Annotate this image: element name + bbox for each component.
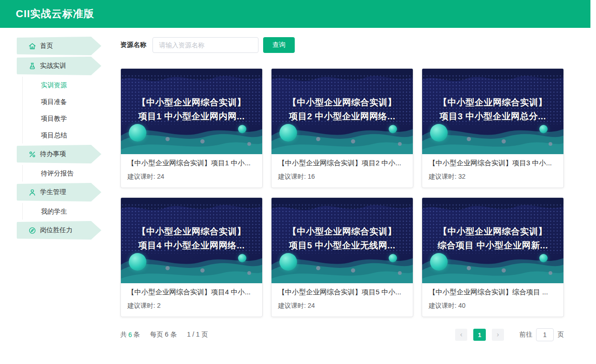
main-content: 资源名称 查询	[120, 37, 564, 341]
sidebar-item-student-mgmt[interactable]: 学生管理	[17, 183, 101, 202]
card-thumbnail: 【中小型企业网综合实训】 项目5 中小型企业无线网...	[272, 198, 413, 283]
sidebar-item-training-resources[interactable]: 实训资源	[23, 77, 101, 93]
sphere-decoration	[279, 124, 297, 142]
sphere-decoration	[129, 124, 146, 142]
sphere-decoration	[129, 253, 146, 271]
total-prefix: 共	[120, 331, 127, 338]
hours-label: 建议课时:	[127, 173, 155, 180]
resource-card[interactable]: 【中小型企业网综合实训】 项目1 中小型企业网内网... 【中小型企业网综合实训…	[120, 68, 263, 188]
resource-card[interactable]: 【中小型企业网综合实训】 项目5 中小型企业无线网... 【中小型企业网综合实训…	[271, 197, 413, 317]
sphere-decoration	[389, 125, 397, 133]
card-thumbnail: 【中小型企业网综合实训】 综合项目 中小型企业网新...	[422, 198, 563, 283]
search-label: 资源名称	[120, 41, 146, 49]
submenu-todo: 待评分报告	[22, 165, 101, 182]
compass-icon	[28, 227, 36, 234]
thumbnail-caption: 【中小型企业网综合实训】 综合项目 中小型企业网新...	[422, 225, 563, 253]
sphere-decoration	[539, 254, 548, 262]
thumbnail-caption: 【中小型企业网综合实训】 项目1 中小型企业网内网...	[121, 96, 262, 124]
scrollbar-track[interactable]	[590, 0, 596, 364]
card-body: 【中小型企业网综合实训】项目4 中小... 建议课时: 2	[121, 283, 262, 317]
sidebar-item-competency[interactable]: 岗位胜任力	[17, 221, 101, 240]
card-thumbnail: 【中小型企业网综合实训】 项目2 中小型企业网网络...	[272, 69, 413, 154]
thumbnail-caption: 【中小型企业网综合实训】 项目4 中小型企业网网络...	[121, 225, 262, 253]
submenu-students: 我的学生	[22, 203, 101, 220]
hours-label: 建议课时:	[429, 302, 457, 309]
thumbnail-caption: 【中小型企业网综合实训】 项目2 中小型企业网网络...	[272, 96, 413, 124]
dot-decoration	[502, 268, 506, 273]
sphere-decoration	[430, 124, 448, 142]
page-number-button[interactable]: 1	[473, 329, 486, 341]
pagination-summary: 共6条 每页 6 条 1 / 1 页	[120, 331, 208, 339]
percent-icon	[28, 150, 36, 158]
hours-label: 建议课时:	[429, 173, 457, 180]
dot-decoration	[467, 137, 471, 141]
sidebar-item-label: 待办事项	[40, 150, 66, 158]
thumbnail-caption: 【中小型企业网综合实训】 项目3 中小型企业网总分...	[422, 96, 563, 124]
card-thumbnail: 【中小型企业网综合实训】 项目4 中小型企业网网络...	[121, 198, 262, 283]
dot-decoration	[166, 266, 170, 270]
sidebar-item-todo[interactable]: 待办事项	[17, 145, 101, 163]
chevron-right-icon: ›	[497, 331, 499, 339]
prev-page-button[interactable]: ‹	[455, 329, 467, 341]
dot-decoration	[247, 142, 251, 146]
resource-card-grid: 【中小型企业网综合实训】 项目1 中小型企业网内网... 【中小型企业网综合实训…	[120, 68, 564, 317]
sidebar-item-label: 实战实训	[40, 62, 66, 70]
dot-decoration	[316, 137, 320, 141]
chevron-left-icon: ‹	[460, 331, 463, 339]
flask-icon	[28, 62, 36, 70]
card-title: 【中小型企业网综合实训】项目5 中小...	[278, 288, 406, 297]
resource-card[interactable]: 【中小型企业网综合实训】 项目3 中小型企业网总分... 【中小型企业网综合实训…	[422, 68, 564, 188]
sidebar-item-my-students[interactable]: 我的学生	[23, 203, 101, 220]
pagination-bar: 共6条 每页 6 条 1 / 1 页 ‹ 1 › 前往 页	[120, 328, 564, 341]
page-ratio-label: 1 / 1 页	[187, 331, 208, 338]
hours-label: 建议课时:	[127, 302, 155, 309]
total-count: 6	[128, 331, 132, 338]
card-thumbnail: 【中小型企业网综合实训】 项目3 中小型企业网总分...	[422, 69, 563, 154]
dot-decoration	[398, 271, 402, 275]
sidebar-item-training[interactable]: 实战实训	[17, 57, 101, 75]
next-page-button[interactable]: ›	[492, 329, 504, 341]
goto-page-input[interactable]	[536, 328, 554, 341]
card-body: 【中小型企业网综合实训】项目5 中小... 建议课时: 24	[272, 283, 413, 317]
goto-label: 前往	[519, 331, 532, 339]
hours-value: 40	[458, 302, 466, 309]
sphere-decoration	[238, 254, 246, 262]
sidebar-item-project-prepare[interactable]: 项目准备	[23, 93, 101, 110]
app-title: CII实战云标准版	[16, 7, 94, 21]
dot-decoration	[200, 139, 205, 143]
sidebar-item-label: 首页	[40, 42, 53, 50]
card-body: 【中小型企业网综合实训】项目2 中小... 建议课时: 16	[272, 154, 413, 188]
card-title: 【中小型企业网综合实训】项目4 中小...	[127, 288, 256, 297]
sphere-decoration	[539, 125, 548, 133]
sidebar-item-label: 学生管理	[40, 188, 66, 196]
dot-decoration	[398, 142, 402, 146]
card-body: 【中小型企业网综合实训】综合项目 ... 建议课时: 40	[422, 283, 563, 317]
sphere-decoration	[389, 254, 397, 262]
hours-value: 2	[157, 302, 161, 309]
goto-suffix: 页	[557, 331, 564, 339]
dot-decoration	[316, 266, 320, 270]
search-input[interactable]	[152, 37, 258, 53]
hours-label: 建议课时:	[278, 302, 306, 309]
dot-decoration	[502, 139, 506, 143]
dot-decoration	[351, 268, 355, 273]
dot-decoration	[166, 137, 170, 141]
app-header: CII实战云标准版	[0, 0, 590, 28]
resource-card[interactable]: 【中小型企业网综合实训】 项目4 中小型企业网网络... 【中小型企业网综合实训…	[120, 197, 263, 317]
hours-value: 24	[157, 173, 165, 180]
search-button[interactable]: 查询	[263, 37, 295, 53]
card-title: 【中小型企业网综合实训】项目2 中小...	[278, 159, 406, 168]
hours-value: 32	[458, 173, 466, 180]
sidebar: 首页 实战实训 实训资源 项目准备 项目教学 项目总结 待办事项 待评分报告	[17, 37, 101, 341]
card-body: 【中小型企业网综合实训】项目1 中小... 建议课时: 24	[121, 154, 262, 188]
sphere-decoration	[238, 125, 246, 133]
sidebar-item-home[interactable]: 首页	[17, 37, 101, 55]
sidebar-item-pending-reports[interactable]: 待评分报告	[23, 165, 101, 182]
sidebar-item-project-summary[interactable]: 项目总结	[23, 127, 101, 143]
card-thumbnail: 【中小型企业网综合实训】 项目1 中小型企业网内网...	[121, 69, 262, 154]
resource-card[interactable]: 【中小型企业网综合实训】 综合项目 中小型企业网新... 【中小型企业网综合实训…	[422, 197, 564, 317]
sidebar-item-project-teaching[interactable]: 项目教学	[23, 110, 101, 127]
home-icon	[28, 42, 36, 50]
resource-card[interactable]: 【中小型企业网综合实训】 项目2 中小型企业网网络... 【中小型企业网综合实训…	[271, 68, 413, 188]
dot-decoration	[200, 268, 205, 273]
